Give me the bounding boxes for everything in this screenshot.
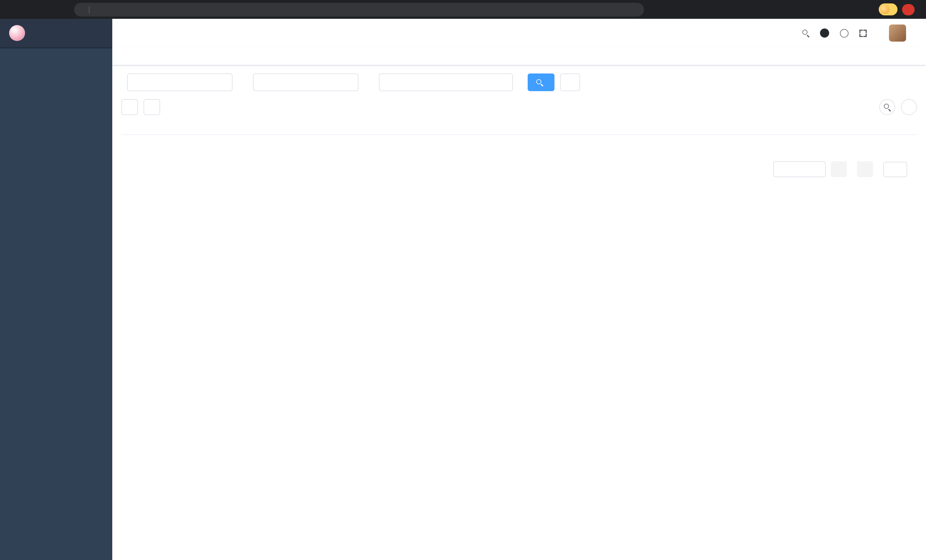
- navbar: [112, 19, 926, 47]
- help-icon[interactable]: [840, 29, 849, 37]
- search-toggle-button[interactable]: [879, 99, 895, 115]
- reset-button[interactable]: [560, 74, 580, 91]
- column-header-updated: [506, 122, 595, 135]
- url-divider: [89, 6, 89, 13]
- toolbar-row: [121, 99, 917, 115]
- page-size-select[interactable]: [773, 161, 826, 177]
- import-db-button[interactable]: [121, 99, 138, 115]
- column-header-actions: [595, 122, 917, 135]
- logo-avatar: [9, 25, 25, 41]
- import-sql-button[interactable]: [144, 99, 160, 115]
- update-button[interactable]: [902, 4, 915, 15]
- column-header-name: [121, 122, 227, 135]
- navbar-icons: [802, 24, 917, 42]
- search-icon: [884, 104, 891, 110]
- app-frame: [0, 19, 926, 560]
- column-header-entity: [327, 122, 418, 135]
- table-name-input[interactable]: [127, 74, 233, 91]
- tabs-bar: [112, 47, 926, 65]
- address-bar[interactable]: [74, 3, 644, 16]
- codegen-table: [121, 122, 917, 135]
- prev-page-button[interactable]: [831, 161, 847, 177]
- profile-paused-badge[interactable]: [879, 3, 897, 15]
- refresh-button[interactable]: [901, 99, 917, 115]
- sidebar-submenu: [0, 47, 112, 48]
- content: [112, 65, 926, 560]
- filter-bar: [121, 74, 917, 91]
- column-header-desc: [227, 122, 327, 135]
- fullscreen-icon[interactable]: [859, 29, 867, 37]
- app-logo[interactable]: [0, 19, 112, 47]
- browser-chrome: [0, 0, 926, 19]
- goto-page-input[interactable]: [883, 162, 907, 177]
- table-header-row: [121, 122, 917, 135]
- main-area: [112, 19, 926, 560]
- search-button-icon: [536, 79, 543, 86]
- create-time-range-picker[interactable]: [379, 74, 513, 91]
- table-tools: [879, 99, 917, 115]
- column-header-created: [418, 122, 506, 135]
- pagination: [121, 161, 917, 177]
- profile-avatar: [880, 5, 890, 14]
- sidebar: [0, 19, 112, 560]
- table-desc-input[interactable]: [253, 74, 359, 91]
- user-avatar[interactable]: [889, 24, 906, 42]
- search-icon[interactable]: [802, 30, 809, 36]
- github-icon[interactable]: [820, 29, 829, 38]
- screen: [0, 0, 926, 560]
- next-page-button[interactable]: [857, 161, 873, 177]
- search-button[interactable]: [528, 74, 554, 91]
